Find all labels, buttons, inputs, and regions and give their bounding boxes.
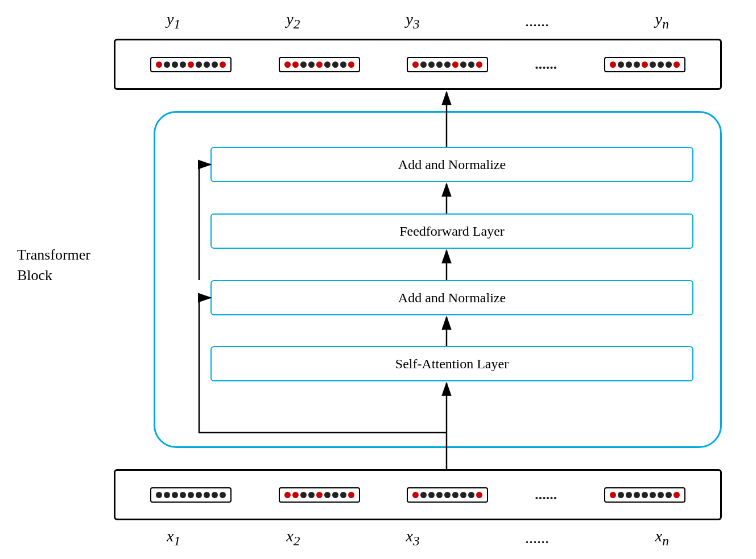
- input-token-2: [279, 487, 360, 503]
- add-normalize-bottom-label: Add and Normalize: [398, 290, 506, 306]
- feedforward-label: Feedforward Layer: [399, 224, 505, 239]
- bottom-labels: x1 x2 x3 ...... xn: [114, 527, 722, 549]
- input-token-1: [150, 487, 232, 503]
- input-token-3: [407, 487, 488, 503]
- self-attention-box: Self-Attention Layer: [210, 346, 693, 381]
- top-labels: y1 y2 y3 ...... yn: [114, 10, 722, 32]
- output-token-2: [279, 57, 360, 72]
- output-token-1: [150, 57, 232, 72]
- label-x3: x3: [406, 527, 419, 549]
- label-x2: x2: [286, 527, 300, 549]
- self-attention-label: Self-Attention Layer: [395, 356, 509, 372]
- input-token-n: [604, 487, 685, 503]
- add-normalize-bottom-box: Add and Normalize: [210, 280, 693, 315]
- diagram-container: y1 y2 y3 ...... yn ......: [0, 0, 756, 559]
- output-embeddings: ......: [114, 39, 722, 90]
- input-embeddings: ......: [114, 469, 722, 520]
- label-y1: y1: [167, 10, 180, 32]
- add-normalize-top-box: Add and Normalize: [210, 147, 693, 182]
- label-x1: x1: [167, 527, 180, 549]
- output-ellipsis: ......: [535, 56, 557, 73]
- label-x-ellipsis: ......: [526, 529, 550, 547]
- label-xn: xn: [655, 527, 669, 549]
- feedforward-box: Feedforward Layer: [210, 213, 693, 249]
- transformer-block-label: Transformer Block: [17, 245, 90, 286]
- input-ellipsis: ......: [535, 486, 557, 503]
- label-y3: y3: [406, 10, 419, 32]
- add-normalize-top-label: Add and Normalize: [398, 157, 506, 172]
- label-y2: y2: [286, 10, 300, 32]
- output-token-n: [604, 57, 685, 72]
- label-y-ellipsis: ......: [526, 12, 550, 30]
- output-token-3: [407, 57, 488, 72]
- label-yn: yn: [655, 10, 669, 32]
